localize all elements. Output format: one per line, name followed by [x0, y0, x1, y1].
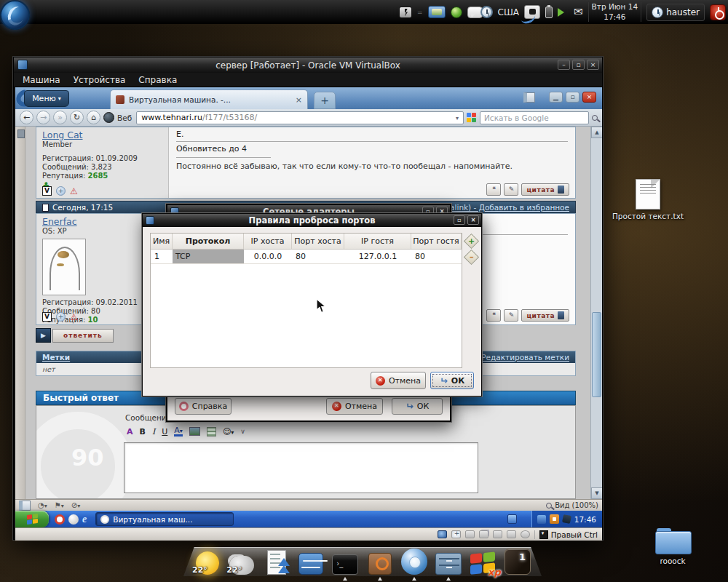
terminal-icon[interactable]: ›_: [330, 543, 360, 575]
message-textarea[interactable]: [124, 442, 478, 493]
fast-forward-icon[interactable]: »: [53, 111, 67, 124]
screenshot-tablet-icon[interactable]: [524, 5, 540, 19]
col-host-port[interactable]: Порт хоста: [292, 234, 344, 249]
underline-icon[interactable]: U: [162, 427, 167, 436]
distro-menu-icon[interactable]: [0, 0, 30, 30]
post2-username-link[interactable]: Enerfac: [42, 216, 77, 227]
keyboard-layout-indicator[interactable]: США: [498, 7, 519, 17]
ok-button[interactable]: ↵ ОК: [392, 398, 443, 415]
report-warning-icon[interactable]: ⚠: [70, 187, 78, 196]
multiquote-icon[interactable]: ❝: [486, 183, 501, 196]
file-manager-icon[interactable]: [433, 543, 464, 575]
add-rule-icon[interactable]: +: [464, 234, 479, 249]
quickreply-icon[interactable]: ✎: [504, 183, 518, 196]
menu-devices[interactable]: Устройства: [68, 73, 132, 87]
opera-close-icon[interactable]: ×: [582, 92, 596, 103]
weather-day-icon[interactable]: 22°: [192, 543, 223, 575]
tray-icon-2[interactable]: [550, 514, 559, 524]
cancel-button[interactable]: ✕ Отмена: [326, 398, 383, 415]
post1-quote-button[interactable]: цитата: [521, 183, 569, 196]
panel-clock[interactable]: Втр Июн 1417:46: [588, 2, 642, 21]
cell-host-port[interactable]: 80: [292, 250, 344, 263]
taskbar-task-button[interactable]: Виртуальная маш...: [95, 512, 234, 526]
help-button[interactable]: Справка: [175, 398, 232, 415]
menu-help[interactable]: Справка: [132, 73, 183, 87]
opera-minimize-icon[interactable]: ▁: [549, 92, 563, 103]
battery-icon[interactable]: [545, 7, 553, 18]
close-icon[interactable]: ×: [587, 60, 599, 70]
software-center-icon[interactable]: [365, 543, 395, 575]
wallpaper-icon[interactable]: [428, 6, 446, 18]
volume-icon[interactable]: [558, 8, 569, 17]
power-button[interactable]: [710, 4, 726, 20]
edit-tags-link[interactable]: Редактировать метки: [481, 353, 569, 362]
update-manager-icon[interactable]: [261, 543, 292, 575]
web-mode-icon[interactable]: [103, 112, 114, 123]
chromium-icon[interactable]: [399, 543, 430, 575]
maximize-icon[interactable]: ▫: [572, 60, 585, 70]
tab-close-icon[interactable]: ×: [296, 95, 302, 105]
italic-icon[interactable]: I: [152, 427, 155, 436]
clock-widget-icon[interactable]: [480, 6, 493, 18]
scroll-up-icon[interactable]: ▲: [591, 127, 602, 138]
tray-app-icon[interactable]: [507, 514, 517, 524]
tab-active[interactable]: Виртуальная машина. -... ×: [110, 89, 308, 109]
cell-name[interactable]: 1: [151, 250, 173, 263]
zoom-control[interactable]: Вид (100%): [546, 501, 598, 509]
minimize-icon[interactable]: –: [558, 60, 570, 70]
reload-icon[interactable]: ↻: [70, 111, 84, 124]
url-dropdown-icon[interactable]: [456, 113, 459, 122]
opera-side-panel-strip[interactable]: [15, 127, 25, 499]
insert-image-icon[interactable]: [189, 427, 200, 436]
reply-arrow-icon[interactable]: ▶: [36, 328, 51, 343]
insert-table-icon[interactable]: [207, 427, 216, 436]
maximize-icon[interactable]: ▫: [454, 215, 465, 225]
font-color-icon[interactable]: A: [174, 426, 183, 436]
weather-night-icon[interactable]: 22°: [226, 543, 257, 575]
vbulletin-icon[interactable]: V: [42, 186, 52, 196]
post2-avatar[interactable]: [42, 239, 86, 295]
app-quicklaunch-icon[interactable]: [68, 514, 79, 525]
multiquote-icon[interactable]: ❝: [486, 309, 501, 322]
window-list-icon[interactable]: [399, 7, 412, 18]
dock-settings-icon[interactable]: [296, 543, 326, 575]
pf-rule-row[interactable]: 1 TCP 0.0.0.0 80 127.0.0.1 80: [151, 250, 462, 264]
col-name[interactable]: Имя: [151, 234, 173, 249]
google-icon[interactable]: [467, 113, 477, 123]
new-tab-button[interactable]: +: [314, 92, 336, 109]
start-button[interactable]: [15, 511, 49, 527]
pf-cancel-button[interactable]: ✕ Отмена: [371, 372, 426, 389]
home-icon[interactable]: ⌂: [87, 111, 100, 124]
search-input[interactable]: Искать в Google: [480, 111, 589, 124]
user-menu[interactable]: hauster: [646, 4, 705, 21]
desktop-icon-textfile[interactable]: Простой текст.txt: [604, 179, 692, 220]
pf-ok-button[interactable]: ↵ ОК: [430, 372, 474, 389]
wheel-icon[interactable]: +: [56, 186, 66, 196]
tray-icon-3[interactable]: [562, 514, 571, 524]
cell-guest-ip[interactable]: 127.0.0.1: [344, 250, 411, 263]
menu-machine[interactable]: Машина: [17, 73, 66, 87]
messenger-status-icon[interactable]: [451, 7, 462, 18]
smiley-icon[interactable]: ☺: [223, 427, 234, 436]
report-warning-icon[interactable]: ⚠: [70, 313, 78, 322]
panel-toggle-icon[interactable]: [19, 501, 31, 511]
post2-quote-button[interactable]: цитата: [521, 309, 569, 322]
col-protocol[interactable]: Протокол: [173, 234, 244, 249]
close-icon[interactable]: ×: [467, 215, 479, 225]
desktop-icon-folder[interactable]: rooock: [638, 528, 708, 565]
xp-clock[interactable]: 17:46: [574, 515, 596, 524]
col-guest-ip[interactable]: IP гостя: [344, 234, 411, 249]
mail-icon[interactable]: ✉: [574, 7, 583, 17]
quickreply-icon[interactable]: ✎: [504, 309, 518, 322]
opera-menu-button[interactable]: Меню: [24, 90, 69, 107]
col-guest-port[interactable]: Порт гостя: [411, 234, 462, 249]
tags-title-link[interactable]: Метки: [42, 353, 70, 362]
workspace-switcher-icon[interactable]: 1: [502, 543, 533, 575]
url-input[interactable]: www.tehnari.ru /f177/t53168/: [136, 111, 464, 124]
font-icon[interactable]: A: [127, 427, 133, 436]
scrollbar-thumb[interactable]: [592, 312, 601, 397]
post1-username-link[interactable]: Long Cat: [42, 129, 83, 140]
ie-quicklaunch-icon[interactable]: e: [82, 514, 87, 525]
opera-restore-icon[interactable]: ▫: [566, 92, 579, 103]
status-sync-icon[interactable]: ◔: [38, 501, 47, 509]
